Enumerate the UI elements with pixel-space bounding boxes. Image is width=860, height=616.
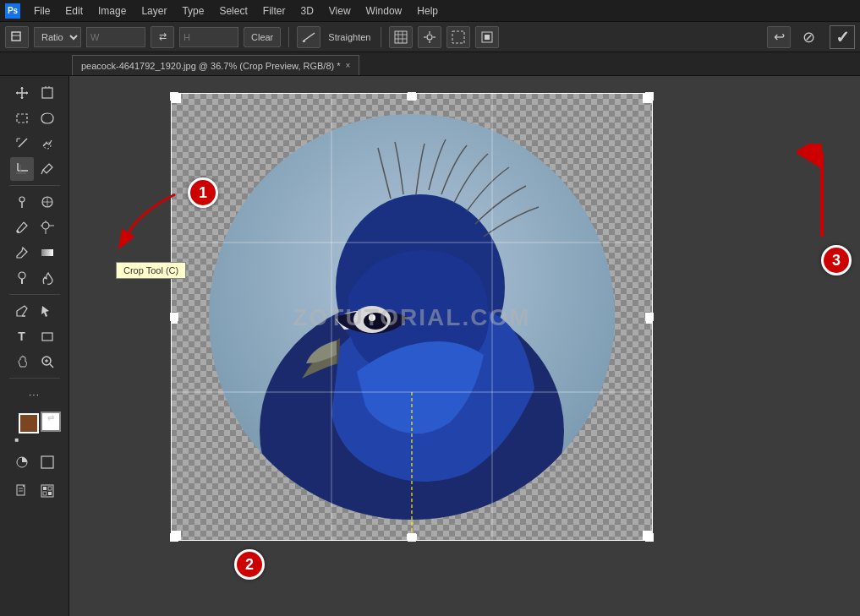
svg-rect-51 <box>41 456 53 468</box>
cancel-crop-button[interactable]: ⊘ <box>796 25 821 49</box>
reset-colors-icon[interactable]: ■ <box>15 436 19 444</box>
healing-brush-tool[interactable] <box>10 190 34 214</box>
eraser-tool[interactable] <box>10 241 34 264</box>
top-toolbar: Ratio ⇄ Clear Straighten <box>0 22 860 52</box>
more-tools-button[interactable]: ··· <box>23 383 47 406</box>
swap-colors-icon[interactable]: ⇄ <box>47 413 54 422</box>
menu-edit[interactable]: Edit <box>58 3 90 19</box>
svg-rect-58 <box>43 492 47 495</box>
clear-button[interactable]: Clear <box>244 27 281 47</box>
crop-handle-middle-left[interactable] <box>170 313 178 321</box>
undo-button[interactable]: ↩ <box>767 26 791 48</box>
patch-tool[interactable] <box>36 190 59 214</box>
foreground-color-swatch[interactable] <box>19 413 39 433</box>
crop-handle-bottom-middle[interactable] <box>408 533 416 542</box>
crop-handle-top-middle[interactable] <box>408 92 416 101</box>
magic-wand-tool[interactable] <box>10 132 34 155</box>
document-info-row <box>10 479 59 503</box>
peacock-image: ZOTUTORIAL.COM <box>171 93 653 541</box>
svg-rect-14 <box>452 31 464 43</box>
rectangular-marquee-tool[interactable] <box>10 106 34 130</box>
artboard-tool[interactable] <box>36 81 59 105</box>
crop-handle-bottom-left[interactable] <box>170 533 178 542</box>
tool-row-healing <box>10 190 59 214</box>
tool-row-pen <box>10 299 59 323</box>
crop-settings-button[interactable] <box>418 26 441 48</box>
svg-rect-16 <box>485 35 490 40</box>
document-icon-1[interactable] <box>10 479 34 503</box>
crop-handle-top-right[interactable] <box>645 92 654 101</box>
crop-handle-bottom-right[interactable] <box>645 533 654 542</box>
content-aware-button[interactable] <box>446 26 470 48</box>
lasso-tool[interactable] <box>36 106 59 130</box>
annotation-circle-3: 3 <box>821 245 852 275</box>
svg-rect-59 <box>48 492 52 495</box>
move-tool[interactable] <box>10 81 34 105</box>
tab-close-button[interactable]: × <box>346 61 351 70</box>
tool-row-dodge <box>10 266 59 290</box>
screen-mode-button[interactable] <box>36 450 59 474</box>
menu-filter[interactable]: Filter <box>256 3 293 19</box>
document-tab[interactable]: peacock-4641792_1920.jpg @ 36.7% (Crop P… <box>72 55 359 75</box>
separator-1 <box>288 27 289 47</box>
text-tool[interactable]: T <box>10 324 34 348</box>
svg-rect-41 <box>41 249 53 256</box>
burn-tool[interactable] <box>36 266 59 290</box>
crop-handle-middle-right[interactable] <box>645 313 654 321</box>
separator-2 <box>381 27 381 47</box>
swap-dimensions-button[interactable]: ⇄ <box>151 26 174 48</box>
quick-mask-button[interactable] <box>10 450 34 474</box>
svg-point-42 <box>19 272 25 279</box>
menu-select[interactable]: Select <box>212 3 254 19</box>
svg-point-9 <box>427 35 432 40</box>
crop-tool[interactable] <box>10 157 34 181</box>
tab-bar: peacock-4641792_1920.jpg @ 36.7% (Crop P… <box>0 52 860 76</box>
gradient-tool[interactable] <box>36 241 59 264</box>
tool-separator-3 <box>9 378 60 379</box>
menu-file[interactable]: File <box>27 3 57 19</box>
svg-point-30 <box>19 197 25 202</box>
tool-row-3 <box>10 132 59 155</box>
svg-rect-57 <box>48 487 52 490</box>
document-icon-2[interactable] <box>36 479 59 503</box>
svg-line-47 <box>50 364 53 368</box>
crop-ratio-icon-btn[interactable] <box>5 26 29 48</box>
menu-3d[interactable]: 3D <box>293 3 320 19</box>
dodge-tool[interactable] <box>10 266 34 290</box>
color-swatch-area: ⇄ ■ <box>15 413 54 444</box>
svg-point-36 <box>42 222 49 229</box>
tool-row-brush <box>10 215 59 239</box>
menu-image[interactable]: Image <box>91 3 133 19</box>
brush-tool[interactable] <box>10 215 34 239</box>
path-selection-tool[interactable] <box>36 299 59 323</box>
svg-rect-56 <box>43 487 47 490</box>
quick-selection-tool[interactable] <box>36 132 59 155</box>
menu-layer[interactable]: Layer <box>134 3 173 19</box>
shape-tool[interactable] <box>36 324 59 348</box>
menu-type[interactable]: Type <box>175 3 211 19</box>
menu-window[interactable]: Window <box>359 3 409 19</box>
menu-view[interactable]: View <box>322 3 358 19</box>
tool-separator-1 <box>9 185 60 186</box>
ratio-select[interactable]: Ratio <box>34 27 81 47</box>
svg-line-2 <box>303 33 315 41</box>
left-toolbar: T ··· <box>0 76 69 616</box>
zoom-tool[interactable] <box>36 350 59 373</box>
hand-tool[interactable] <box>10 350 34 373</box>
commit-crop-button[interactable]: ✓ <box>830 25 855 49</box>
menu-help[interactable]: Help <box>410 3 445 19</box>
select-subject-button[interactable] <box>475 26 499 48</box>
grid-overlay-button[interactable] <box>389 26 413 48</box>
pen-tool[interactable] <box>10 299 34 323</box>
straighten-icon-btn[interactable] <box>297 26 320 48</box>
canvas-container[interactable]: ZOTUTORIAL.COM <box>171 93 653 541</box>
width-input[interactable] <box>86 27 145 47</box>
tab-filename: peacock-4641792_1920.jpg @ 36.7% (Crop P… <box>81 61 341 71</box>
svg-rect-17 <box>42 88 52 98</box>
tool-row-1 <box>10 81 59 105</box>
eyedropper-tool[interactable] <box>36 157 59 181</box>
svg-rect-20 <box>17 114 27 123</box>
crop-handle-top-left[interactable] <box>170 92 178 101</box>
height-input[interactable] <box>179 27 238 47</box>
clone-stamp-tool[interactable] <box>36 215 59 239</box>
